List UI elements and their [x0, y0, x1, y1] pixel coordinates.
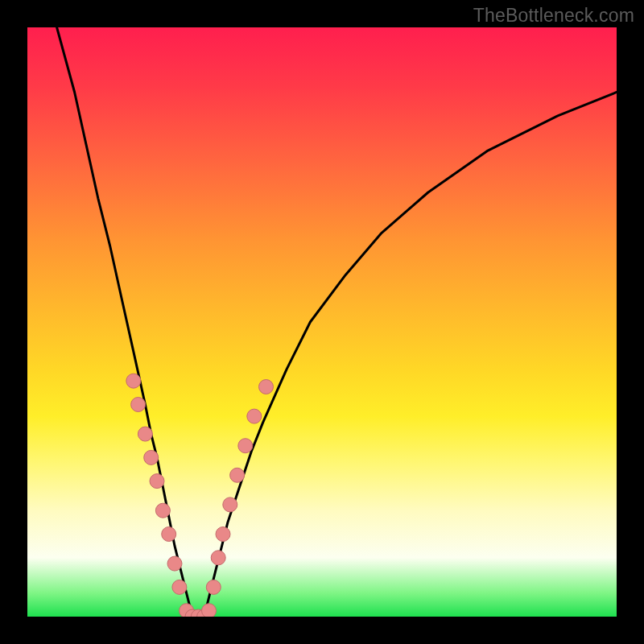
data-marker: [211, 551, 225, 565]
data-marker: [155, 503, 170, 518]
watermark-text: TheBottleneck.com: [473, 5, 634, 27]
plot-area: [27, 27, 617, 617]
data-marker: [216, 527, 230, 542]
marker-layer: [126, 374, 274, 617]
data-marker: [162, 527, 176, 542]
data-marker: [223, 497, 237, 512]
data-marker: [167, 556, 182, 571]
data-marker: [144, 450, 159, 464]
data-marker: [238, 439, 253, 453]
chart-svg: [27, 27, 617, 617]
data-marker: [150, 474, 164, 489]
data-marker: [172, 580, 187, 594]
data-marker: [131, 398, 146, 412]
chart-frame: TheBottleneck.com: [0, 0, 644, 644]
data-marker: [247, 409, 262, 423]
data-marker: [230, 468, 245, 482]
data-marker: [126, 374, 141, 388]
data-marker: [259, 380, 274, 394]
series-right-curve: [204, 93, 617, 617]
data-marker: [202, 604, 217, 617]
curve-layer: [57, 27, 617, 617]
data-marker: [138, 427, 152, 441]
data-marker: [206, 580, 221, 594]
